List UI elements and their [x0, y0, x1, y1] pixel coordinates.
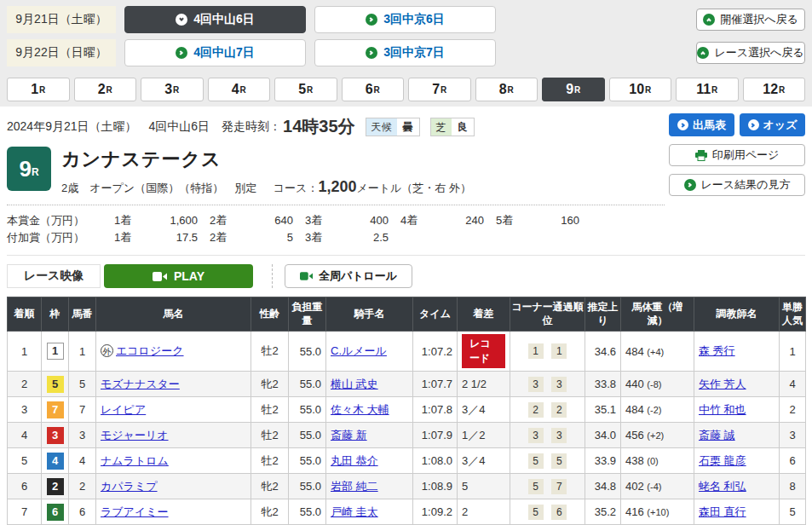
margin-text: 2 1/2	[462, 378, 487, 390]
back-to-race-select-button[interactable]: レース選択へ戻る	[696, 42, 805, 64]
odds-button[interactable]: オッズ	[740, 113, 805, 136]
jockey-link[interactable]: 斎藤 新	[331, 429, 367, 441]
table-row: 3 7 7 レイピア 牡2 55.0 佐々木 大輔 1:07.8 3／4 2 2…	[8, 397, 806, 423]
frame-badge: 1	[47, 343, 64, 360]
video-camera-icon	[300, 272, 313, 280]
body-weight-cell: 456 (+2)	[621, 423, 694, 448]
race-tab[interactable]: 7R	[408, 78, 471, 101]
trainer-link[interactable]: 斎藤 誠	[699, 429, 735, 441]
back-to-meeting-select-button[interactable]: 開催選択へ戻る	[696, 9, 805, 31]
result-guide-button[interactable]: レース結果の見方	[669, 174, 805, 196]
frame-cell: 7	[42, 397, 69, 423]
horse-name-cell: モズナナスター	[96, 372, 251, 397]
race-tab[interactable]: 1R	[7, 78, 70, 101]
win-favorite: 1	[780, 332, 806, 372]
race-tab[interactable]: 6R	[342, 78, 405, 101]
prize-item: 1着 17.5	[102, 229, 198, 246]
column-header: 枠	[42, 297, 69, 332]
race-number-badge: 9 R	[7, 147, 51, 191]
print-page-button[interactable]: 印刷用ページ	[669, 144, 805, 166]
win-favorite: 8	[780, 474, 806, 499]
race-date-meeting: 2024年9月21日（土曜） 4回中山6日	[7, 119, 210, 135]
table-row: 2 5 5 モズナナスター 牝2 55.0 横山 武史 1:07.7 2 1/2…	[8, 372, 806, 397]
sex-age: 牡2	[251, 448, 289, 474]
meeting-button-nakayama7[interactable]: 4回中山7日	[124, 39, 306, 66]
margin-text: 3／4	[462, 403, 485, 416]
race-tab[interactable]: 10R	[609, 78, 672, 101]
shutsuba-button[interactable]: 出馬表	[669, 113, 734, 136]
race-tab[interactable]: 2R	[74, 78, 137, 101]
frame-cell: 1	[42, 332, 69, 372]
meeting-button-nakayama6[interactable]: 4回中山6日	[124, 6, 306, 33]
horse-name-link[interactable]: エコロジーク	[116, 344, 184, 357]
jockey-link[interactable]: 佐々木 大輔	[331, 403, 389, 416]
last-3f: 35.1	[585, 397, 621, 423]
video-row: レース映像 PLAY 全周パトロール	[7, 264, 805, 288]
win-favorite: 5	[780, 499, 806, 525]
chevron-right-circle-icon	[366, 14, 377, 26]
body-weight-cell: 484 (-2)	[621, 397, 694, 423]
frame-cell: 6	[42, 499, 69, 525]
race-conditions: 2歳 オープン（国際）（特指） 別定 コース：1,200メートル（芝・右 外）	[61, 178, 471, 196]
prize-item: 4着 240	[389, 212, 484, 229]
video-camera-icon	[153, 272, 167, 281]
trainer-link[interactable]: 森田 直行	[699, 505, 746, 518]
horse-name-link[interactable]: ナムラトロム	[101, 454, 169, 467]
trainer-cell: 斎藤 誠	[694, 423, 780, 448]
horse-name-link[interactable]: モジャーリオ	[101, 429, 169, 441]
win-favorite: 2	[780, 397, 806, 423]
win-favorite: 3	[780, 423, 806, 448]
race-tab[interactable]: 5R	[274, 78, 337, 101]
trainer-link[interactable]: 蛯名 利弘	[699, 480, 746, 493]
corner-position: 2	[528, 402, 544, 418]
column-header: 負担重量	[289, 297, 326, 332]
weather-badge: 天候 曇	[366, 118, 420, 136]
race-tab[interactable]: 12R	[743, 78, 806, 101]
horse-number: 5	[69, 372, 96, 397]
jockey-link[interactable]: 岩部 純二	[331, 480, 378, 493]
horse-number: 4	[69, 448, 96, 474]
time: 1:07.9	[413, 423, 458, 448]
table-row: 6 2 2 カパラミプ 牝2 55.0 岩部 純二 1:08.9 5 5 7 3…	[8, 474, 806, 499]
body-weight: 484	[625, 345, 644, 358]
race-tab[interactable]: 11R	[676, 78, 739, 101]
column-header: 性齢	[251, 297, 289, 332]
jockey-link[interactable]: C.ルメール	[331, 344, 387, 357]
finish-position: 5	[8, 448, 42, 474]
race-tab[interactable]: 3R	[141, 78, 204, 101]
race-result-main: 2024年9月21日（土曜） 4回中山6日 発走時刻： 14時35分 天候 曇 …	[0, 107, 812, 525]
last-3f: 33.9	[585, 448, 621, 474]
trainer-link[interactable]: 矢作 芳人	[699, 378, 746, 390]
trainer-link[interactable]: 森 秀行	[699, 344, 735, 357]
jockey-link[interactable]: 戸崎 圭太	[331, 505, 378, 518]
last-3f: 33.8	[585, 372, 621, 397]
jockey-link[interactable]: 横山 武史	[331, 378, 378, 390]
race-tab[interactable]: 8R	[475, 78, 538, 101]
meeting-button-chukyo7[interactable]: 3回中京7日	[314, 39, 496, 66]
horse-name-link[interactable]: レイピア	[101, 403, 146, 416]
chevron-right-circle-icon	[366, 47, 377, 59]
chevron-right-circle-icon	[748, 119, 759, 130]
prize-main-items: 1着 1,600 2着 640 3着 400 4着 240 5着 160	[102, 212, 579, 229]
day-selector: 9月21日（土曜） 4回中山6日 3回中京6日 開催選択へ戻る 9月22日（日曜…	[0, 0, 812, 72]
margin-cell: 1／2	[458, 423, 510, 448]
corner-position: 5	[551, 453, 567, 469]
play-button[interactable]: PLAY	[104, 264, 253, 288]
horse-name-cell: 外エコロジーク	[96, 332, 251, 372]
trainer-link[interactable]: 石栗 龍彦	[699, 454, 746, 467]
prize-item: 3着 2.5	[293, 229, 389, 246]
trainer-cell: 矢作 芳人	[694, 372, 780, 397]
jockey-link[interactable]: 丸田 恭介	[331, 454, 378, 467]
meeting-button-chukyo6[interactable]: 3回中京6日	[314, 6, 496, 33]
corner-order-cell: 5 5	[510, 448, 585, 474]
horse-name-link[interactable]: モズナナスター	[101, 378, 180, 390]
horse-name-cell: モジャーリオ	[96, 423, 251, 448]
race-tab[interactable]: 9R	[542, 78, 605, 101]
trainer-link[interactable]: 中竹 和也	[699, 403, 746, 416]
body-weight-diff: (0)	[647, 456, 658, 466]
patrol-video-button[interactable]: 全周パトロール	[285, 264, 412, 288]
horse-name-link[interactable]: カパラミプ	[101, 480, 158, 493]
race-tab[interactable]: 4R	[208, 78, 271, 101]
horse-name-link[interactable]: ラブアイミー	[101, 505, 169, 518]
body-weight-cell: 402 (-4)	[621, 474, 694, 499]
